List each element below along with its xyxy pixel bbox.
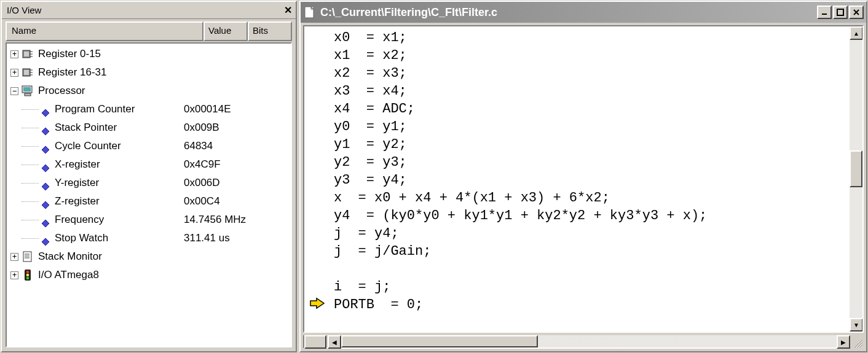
svg-point-27 [26, 274, 30, 277]
svg-rect-11 [23, 87, 31, 91]
computer-icon [21, 85, 34, 97]
file-icon [304, 6, 317, 18]
io-view-column-headers: Name Value Bits [6, 21, 292, 41]
scroll-left-button[interactable]: ◀ [328, 335, 341, 349]
tree-value: 0x00014E [184, 100, 291, 118]
code-editor-window: C:\_Current\Filtering\C_Flt\Filter.c x0 … [299, 1, 867, 352]
tree-item-io-atmega8[interactable]: + I/O ATmega8 [7, 266, 291, 284]
io-view-titlebar: I/O View ✕ [2, 2, 296, 19]
tree-label: Y-register [55, 174, 184, 192]
tree-label: Program Counter [55, 100, 184, 118]
document-icon [21, 250, 34, 263]
register-dot-icon [41, 197, 50, 206]
maximize-button[interactable] [833, 6, 848, 19]
tree-item-x-register[interactable]: X-register 0x4C9F [7, 155, 291, 174]
tree-item-cycle-counter[interactable]: Cycle Counter 64834 [7, 137, 291, 155]
scroll-right-button[interactable]: ▶ [837, 335, 850, 349]
code-editor-title: C:\_Current\Filtering\C_Flt\Filter.c [320, 6, 816, 19]
scroll-up-button[interactable]: ▲ [850, 26, 863, 40]
column-header-value[interactable]: Value [203, 21, 248, 41]
tree-item-stack-monitor[interactable]: + Stack Monitor [7, 247, 291, 266]
close-icon[interactable]: ✕ [284, 4, 292, 16]
svg-point-26 [26, 271, 30, 274]
register-dot-icon [41, 105, 50, 114]
tree-label: Register 0-15 [38, 45, 101, 63]
svg-rect-6 [24, 70, 29, 75]
tree-label: Cycle Counter [55, 137, 184, 155]
svg-rect-21 [23, 252, 31, 262]
tree-item-z-register[interactable]: Z-register 0x00C4 [7, 192, 291, 211]
tree-item-register-16-31[interactable]: + Register 16-31 [7, 63, 291, 82]
register-dot-icon [41, 234, 50, 242]
io-view-panel: I/O View ✕ Name Value Bits + Register 0-… [1, 1, 297, 352]
svg-marker-19 [42, 220, 49, 227]
svg-marker-13 [42, 109, 49, 117]
code-editor-titlebar[interactable]: C:\_Current\Filtering\C_Flt\Filter.c [301, 2, 866, 23]
scroll-down-button[interactable]: ▼ [850, 318, 863, 332]
io-view-tree[interactable]: + Register 0-15 + Register 16-31 − Proce… [6, 42, 292, 347]
tree-label: Stack Pointer [55, 118, 184, 137]
minimize-button[interactable] [817, 6, 832, 19]
vertical-scrollbar[interactable]: ▲ ▼ [849, 26, 862, 332]
svg-marker-17 [42, 183, 49, 190]
code-gutter [304, 26, 329, 332]
tree-value: 0x009B [184, 118, 291, 137]
scroll-track[interactable] [341, 335, 837, 347]
tree-value: 311.41 us [184, 229, 291, 247]
tree-value: 14.7456 MHz [184, 211, 291, 229]
expander-plus-icon[interactable]: + [10, 271, 18, 279]
register-dot-icon [41, 215, 50, 224]
tree-label: Frequency [55, 211, 184, 229]
scroll-track[interactable] [850, 40, 862, 318]
svg-marker-16 [42, 165, 49, 172]
splitter-handle[interactable] [304, 335, 326, 349]
tree-label: Stack Monitor [38, 247, 102, 266]
scroll-thumb[interactable] [341, 335, 538, 347]
expander-plus-icon[interactable]: + [10, 50, 18, 58]
tree-item-y-register[interactable]: Y-register 0x006D [7, 174, 291, 192]
code-editor-body[interactable]: x0 = x1; x1 = x2; x2 = x3; x3 = x4; x4 =… [303, 25, 864, 333]
tree-label: Stop Watch [55, 229, 184, 247]
svg-rect-12 [25, 93, 31, 96]
tree-label: Processor [38, 82, 85, 100]
horizontal-scrollbar[interactable]: ◀ ▶ [303, 335, 864, 349]
register-dot-icon [41, 123, 50, 132]
column-header-name[interactable]: Name [6, 21, 203, 41]
svg-marker-14 [42, 128, 49, 135]
tree-item-register-0-15[interactable]: + Register 0-15 [7, 45, 291, 63]
expander-plus-icon[interactable]: + [10, 253, 18, 261]
scroll-thumb[interactable] [850, 150, 862, 187]
svg-marker-15 [42, 146, 49, 153]
traffic-light-icon [21, 269, 34, 281]
resize-grip-icon[interactable] [850, 335, 864, 349]
register-dot-icon [41, 142, 50, 150]
svg-marker-18 [42, 201, 49, 209]
register-dot-icon [41, 160, 50, 169]
chip-icon [21, 66, 34, 79]
tree-label: Register 16-31 [38, 63, 107, 82]
expander-plus-icon[interactable]: + [10, 69, 18, 77]
svg-marker-20 [42, 238, 49, 246]
close-button[interactable] [849, 6, 864, 19]
tree-item-processor[interactable]: − Processor [7, 82, 291, 100]
tree-item-frequency[interactable]: Frequency 14.7456 MHz [7, 211, 291, 229]
svg-rect-1 [24, 52, 29, 56]
svg-rect-32 [837, 9, 843, 15]
tree-label: X-register [55, 155, 184, 174]
chip-icon [21, 48, 34, 60]
io-view-title: I/O View [7, 5, 284, 15]
execution-pointer-icon [309, 297, 325, 309]
column-header-bits[interactable]: Bits [248, 21, 292, 41]
code-text-area[interactable]: x0 = x1; x1 = x2; x2 = x3; x3 = x4; x4 =… [329, 26, 849, 332]
register-dot-icon [41, 179, 50, 187]
tree-label: Z-register [55, 192, 184, 211]
svg-point-28 [26, 277, 30, 280]
svg-marker-35 [310, 298, 324, 308]
expander-minus-icon[interactable]: − [10, 87, 18, 95]
tree-item-stop-watch[interactable]: Stop Watch 311.41 us [7, 229, 291, 247]
tree-item-program-counter[interactable]: Program Counter 0x00014E [7, 100, 291, 118]
tree-label: I/O ATmega8 [38, 266, 99, 284]
tree-value: 0x006D [184, 174, 291, 192]
tree-value: 0x4C9F [184, 155, 291, 174]
tree-item-stack-pointer[interactable]: Stack Pointer 0x009B [7, 118, 291, 137]
